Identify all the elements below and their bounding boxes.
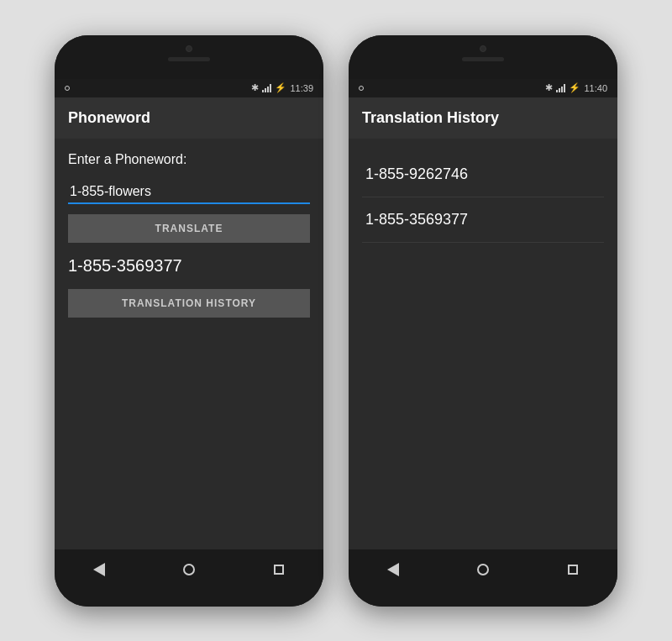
app-title-1: Phoneword	[68, 109, 150, 126]
phoneword-label: Enter a Phoneword:	[68, 152, 310, 167]
home-icon-2	[477, 564, 489, 575]
screen-1: Phoneword Enter a Phoneword: TRANSLATE 1…	[55, 97, 323, 549]
history-list: 1-855-9262746 1-855-3569377	[362, 152, 604, 243]
status-left-2	[359, 86, 364, 91]
speaker-2	[462, 57, 504, 61]
history-item-0: 1-855-9262746	[362, 152, 604, 197]
recents-icon-2	[568, 565, 578, 575]
screen-2: Translation History 1-855-9262746 1-855-…	[349, 97, 617, 549]
back-icon-1	[93, 563, 105, 576]
status-time-1: 11:39	[290, 83, 313, 93]
recents-button-2[interactable]	[556, 553, 590, 586]
phoneword-input[interactable]	[68, 181, 310, 204]
status-right-1: ✱ ⚡ 11:39	[251, 82, 313, 93]
status-dot-1	[65, 86, 70, 91]
app-title-2: Translation History	[362, 109, 499, 126]
bluetooth-icon-1: ✱	[251, 82, 259, 93]
app-bar-1: Phoneword	[55, 97, 323, 139]
recents-button-1[interactable]	[262, 553, 296, 586]
translate-button[interactable]: TRANSLATE	[68, 214, 310, 243]
home-button-1[interactable]	[172, 553, 206, 586]
speaker-1	[168, 57, 210, 61]
status-bar-1: ✱ ⚡ 11:39	[55, 79, 323, 97]
status-right-2: ✱ ⚡ 11:40	[545, 82, 607, 93]
signal-2	[556, 84, 565, 92]
bluetooth-icon-2: ✱	[545, 82, 553, 93]
top-bezel-2	[349, 35, 617, 79]
app-bar-2: Translation History	[349, 97, 617, 139]
history-item-1: 1-855-3569377	[362, 197, 604, 243]
bottom-bezel-2	[349, 590, 617, 607]
history-content: 1-855-9262746 1-855-3569377	[349, 139, 617, 549]
back-button-1[interactable]	[82, 553, 116, 586]
camera-1	[186, 45, 192, 52]
battery-icon-1: ⚡	[275, 82, 286, 93]
home-icon-1	[183, 564, 195, 575]
phone-1: ✱ ⚡ 11:39 Phoneword Enter a Phoneword: T…	[55, 35, 323, 607]
bottom-bezel-1	[55, 590, 323, 607]
battery-icon-2: ⚡	[569, 82, 580, 93]
phone-2: ✱ ⚡ 11:40 Translation History 1-855-9262…	[349, 35, 617, 607]
camera-2	[480, 45, 486, 52]
app-content-1: Enter a Phoneword: TRANSLATE 1-855-35693…	[55, 139, 323, 549]
bottom-nav-2	[349, 549, 617, 590]
back-button-2[interactable]	[376, 553, 410, 586]
status-dot-2	[359, 86, 364, 91]
top-bezel-1	[55, 35, 323, 79]
phones-container: ✱ ⚡ 11:39 Phoneword Enter a Phoneword: T…	[55, 35, 617, 607]
history-button[interactable]: TRANSLATION HISTORY	[68, 289, 310, 318]
home-button-2[interactable]	[466, 553, 500, 586]
status-bar-2: ✱ ⚡ 11:40	[349, 79, 617, 97]
bottom-nav-1	[55, 549, 323, 590]
recents-icon-1	[274, 565, 284, 575]
result-text: 1-855-3569377	[68, 253, 310, 279]
back-icon-2	[387, 563, 399, 576]
signal-1	[262, 84, 271, 92]
status-left-1	[65, 86, 70, 91]
status-time-2: 11:40	[584, 83, 607, 93]
